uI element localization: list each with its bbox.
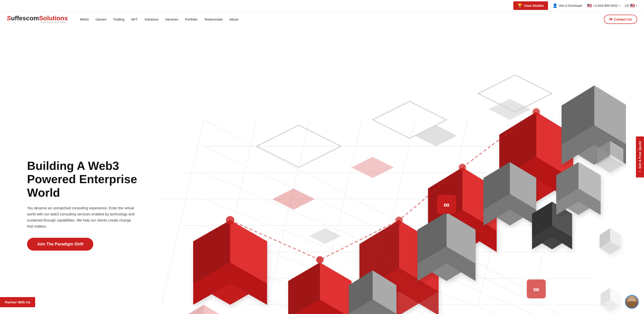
nav-link-portfolio[interactable]: Portfolio (182, 16, 200, 23)
nav-item-nft[interactable]: NFT (128, 17, 141, 22)
logo-tagline: GET WHAT MATTERS... (7, 22, 68, 24)
nav-item-services[interactable]: Services (162, 17, 182, 22)
contact-us-button[interactable]: ✉ Contact Us (604, 15, 637, 24)
trophy-icon: 🏆 (517, 3, 522, 8)
svg-marker-73 (177, 305, 204, 314)
navbar: SuffescomSolutions GET WHAT MATTERS... W… (0, 12, 644, 27)
join-paradigm-button[interactable]: Join The Paradigm Shift (27, 238, 93, 251)
svg-text:∞: ∞ (533, 284, 539, 294)
nav-item-solutions[interactable]: Solutions (141, 17, 162, 22)
nav-link-about[interactable]: About (226, 16, 241, 23)
chat-avatar[interactable] (625, 295, 638, 308)
nav-item-games[interactable]: Games (92, 17, 110, 22)
svg-marker-78 (310, 228, 341, 244)
logo[interactable]: SuffescomSolutions GET WHAT MATTERS... (7, 15, 68, 24)
logo-solutions: Solutions (39, 15, 68, 22)
us-flag-icon: 🇺🇸 (587, 3, 592, 8)
nav-link-testimonials[interactable]: Testimonials (201, 16, 226, 23)
country-selector[interactable]: US 🇺🇸 ▾ (625, 3, 637, 8)
avatar-body (626, 301, 638, 308)
nav-link-web3[interactable]: Web3 (77, 16, 92, 23)
nav-link-trading[interactable]: Trading (110, 16, 128, 23)
avatar-image (626, 296, 638, 308)
phone-number: +1-844-899-0003 (593, 4, 618, 8)
contact-us-label: Contact Us (614, 17, 632, 21)
nav-item-web3[interactable]: Web3 (77, 17, 92, 22)
nav-item-portfolio[interactable]: Portfolio (182, 17, 200, 22)
top-bar: 🏆 Case Studies 👤 Hire A Developer 🇺🇸 +1-… (0, 0, 644, 12)
hero-description: You deserve an unmatched consulting expe… (27, 205, 135, 230)
nav-link-games[interactable]: Games (92, 16, 110, 23)
isometric-grid-visual: ∞ ∞ (151, 41, 626, 314)
country-flag-icon: 🇺🇸 (630, 3, 635, 8)
chevron-down-icon: ▾ (619, 4, 620, 7)
logo-s: S (7, 15, 11, 22)
nav-link-services[interactable]: Services (162, 16, 182, 23)
person-icon: 👤 (552, 3, 558, 8)
case-studies-label: Case Studies (524, 4, 544, 8)
svg-marker-74 (272, 189, 314, 210)
phone-selector[interactable]: 🇺🇸 +1-844-899-0003 ▾ (587, 3, 620, 8)
partner-with-us-button[interactable]: Partner With Us (0, 297, 35, 307)
get-free-quote-button[interactable]: Get A Free Quote (636, 136, 644, 178)
logo-uffescom: uffescom (11, 15, 39, 22)
svg-marker-76 (415, 125, 457, 146)
hero-visual: ∞ ∞ (151, 41, 626, 314)
nav-link-nft[interactable]: NFT (128, 16, 141, 23)
hire-dev-label: Hire A Developer (559, 4, 582, 8)
case-studies-button[interactable]: 🏆 Case Studies (513, 1, 548, 10)
chevron-down-icon-2: ▾ (636, 4, 637, 7)
hire-developer-link[interactable]: 👤 Hire A Developer (552, 3, 582, 8)
svg-marker-75 (352, 157, 394, 178)
svg-text:∞: ∞ (444, 200, 450, 209)
svg-marker-72 (204, 305, 230, 314)
hero-section: Building A Web3 Powered Enterprise World… (0, 27, 644, 314)
nav-item-trading[interactable]: Trading (110, 17, 128, 22)
hero-title: Building A Web3 Powered Enterprise World (27, 159, 151, 200)
hero-content: Building A Web3 Powered Enterprise World… (27, 159, 151, 251)
nav-item-about[interactable]: About (226, 17, 241, 22)
nav-item-testimonials[interactable]: Testimonials (201, 17, 226, 22)
mail-icon: ✉ (609, 17, 612, 22)
nav-links: Web3 Games Trading NFT Solutions Service… (77, 17, 604, 22)
country-code-label: US (625, 4, 629, 8)
nav-link-solutions[interactable]: Solutions (141, 16, 162, 23)
